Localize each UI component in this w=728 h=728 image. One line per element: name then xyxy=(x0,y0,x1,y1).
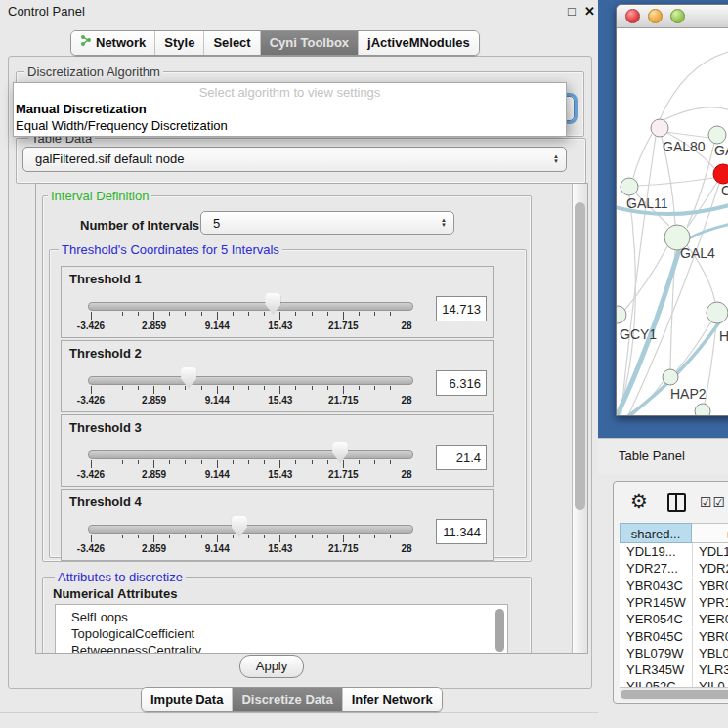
network-node-gal80[interactable] xyxy=(651,119,668,137)
slider-tick xyxy=(217,386,218,394)
slider-tick xyxy=(279,312,280,320)
dropdown-option[interactable]: Equal Width/Frequency Discretization xyxy=(14,117,566,134)
top-tab-bar: NetworkStyleSelectCyni ToolboxjActiveMNo… xyxy=(70,30,480,56)
network-icon xyxy=(80,31,92,55)
settings-scrollbar-thumb[interactable] xyxy=(575,202,585,510)
slider-track[interactable] xyxy=(88,525,413,534)
network-node-gcy1[interactable] xyxy=(617,306,626,323)
settings-scrollbar[interactable] xyxy=(572,184,587,653)
table-row[interactable]: YBR045CYBR0 xyxy=(620,628,728,645)
attribute-list-item[interactable]: SelfLoops xyxy=(56,609,507,625)
slider-tick xyxy=(359,460,360,464)
slider-thumb[interactable] xyxy=(332,442,348,463)
network-canvas[interactable]: GAL80GACGAL11GAL4GCY1HHAP2 xyxy=(617,29,728,415)
threshold-value-field[interactable]: 14.713 xyxy=(436,296,487,321)
apply-button[interactable]: Apply xyxy=(239,655,304,678)
network-node-red-node[interactable] xyxy=(713,164,728,184)
tab-label: jActiveMNodules xyxy=(367,31,470,55)
slider-tick xyxy=(185,312,186,316)
attribute-list-item[interactable]: BetweennessCentrality xyxy=(56,642,507,654)
tab-infer-network[interactable]: Infer Network xyxy=(342,688,442,711)
close-icon[interactable]: ✕ xyxy=(584,4,595,19)
tab-network[interactable]: Network xyxy=(71,31,154,55)
table-row[interactable]: YBL079WYBL0 xyxy=(620,645,728,662)
slider-tick xyxy=(390,535,391,538)
table-row[interactable]: YLR345WYLR3 xyxy=(620,662,728,678)
network-graph[interactable]: GAL80GACGAL11GAL4GCY1HHAP2 xyxy=(617,29,728,415)
slider-tick-label: 2.859 xyxy=(132,469,177,480)
dropdown-option[interactable]: Manual Discretization xyxy=(14,101,566,117)
cell-name: YBR0 xyxy=(692,578,728,594)
columns-icon[interactable] xyxy=(667,493,686,512)
tab-jactivemnodules[interactable]: jActiveMNodules xyxy=(358,31,479,55)
network-edge[interactable] xyxy=(676,321,711,371)
network-node-bottom-clipped[interactable] xyxy=(695,404,710,415)
slider-thumb[interactable] xyxy=(181,367,196,389)
minimize-traffic-light-icon[interactable] xyxy=(648,9,663,23)
table-data-select[interactable]: galFiltered.sif default node ▲▼ xyxy=(22,147,567,172)
table-hscrollbar-thumb[interactable] xyxy=(621,690,728,699)
tab-cyni-toolbox[interactable]: Cyni Toolbox xyxy=(260,31,358,55)
network-node-gal-clipped[interactable] xyxy=(708,126,726,144)
table-row[interactable]: YDL19...YDL1 xyxy=(620,543,728,560)
column-header-name[interactable]: n xyxy=(692,523,728,543)
slider-tick xyxy=(327,312,328,316)
checkbox-icons[interactable]: ☑☑ ☑ xyxy=(700,494,728,510)
network-window-titlebar[interactable] xyxy=(617,5,728,28)
threshold-coordinates-group: Threshold's Coordinates for 5 Intervals … xyxy=(49,249,527,558)
slider-tick xyxy=(201,460,202,464)
slider-tick xyxy=(107,460,107,464)
slider-tick xyxy=(91,312,92,320)
slider-thumb[interactable] xyxy=(265,293,280,315)
table-row[interactable]: YIL052CYIL0 xyxy=(620,678,728,687)
float-window-icon[interactable]: □ xyxy=(568,4,576,19)
close-traffic-light-icon[interactable] xyxy=(625,9,640,23)
slider-tick xyxy=(248,312,249,316)
network-edge[interactable] xyxy=(689,223,728,238)
slider-tick xyxy=(407,386,407,394)
network-node-hap2[interactable] xyxy=(663,369,678,385)
threshold-value-field[interactable]: 6.316 xyxy=(436,370,487,396)
zoom-traffic-light-icon[interactable] xyxy=(670,9,685,23)
threshold-value-field[interactable]: 11.344 xyxy=(436,519,487,544)
tab-impute-data[interactable]: Impute Data xyxy=(142,688,232,711)
slider-thumb[interactable] xyxy=(232,516,247,537)
slider-track[interactable] xyxy=(88,450,413,459)
tab-style[interactable]: Style xyxy=(154,31,203,55)
slider-track[interactable] xyxy=(88,376,413,385)
table-row[interactable]: YDR27...YDR2 xyxy=(620,560,728,577)
slider-tick xyxy=(264,460,265,464)
table-row[interactable]: YER054CYER0 xyxy=(620,611,728,627)
tab-select[interactable]: Select xyxy=(203,31,259,55)
slider-tick xyxy=(233,460,234,464)
network-node-label: H xyxy=(719,328,728,344)
slider-tick-label: -3.426 xyxy=(68,321,113,331)
threshold-value-field[interactable]: 21.4 xyxy=(436,445,487,470)
slider-tick xyxy=(122,386,123,390)
network-node-label: GA xyxy=(714,143,728,158)
table-hscrollbar[interactable] xyxy=(620,687,728,701)
gear-icon[interactable]: ⚙ xyxy=(630,490,648,513)
slider-tick xyxy=(233,535,234,538)
column-header-shared[interactable]: shared... xyxy=(620,523,692,543)
slider-tick xyxy=(217,535,218,542)
network-edge[interactable] xyxy=(633,134,652,178)
table-row[interactable]: YBR043CYBR0 xyxy=(620,578,728,594)
slider-tick xyxy=(343,386,344,394)
list-scrollbar-thumb[interactable] xyxy=(495,609,504,652)
network-edge[interactable] xyxy=(660,107,728,122)
table-row[interactable]: YPR145WYPR1 xyxy=(620,594,728,611)
network-node-h-clipped[interactable] xyxy=(707,302,728,323)
slider-tick xyxy=(343,535,344,542)
cell-name: YIL0 xyxy=(692,678,725,687)
slider-tick-label: 9.144 xyxy=(194,543,239,554)
number-of-intervals-select[interactable]: 5 ▲▼ xyxy=(200,211,454,235)
slider-track[interactable] xyxy=(88,302,413,311)
attribute-list-item[interactable]: TopologicalCoefficient xyxy=(56,625,507,642)
cell-name: YDR2 xyxy=(692,560,728,577)
numerical-attributes-list[interactable]: SelfLoopsTopologicalCoefficientBetweenne… xyxy=(55,604,508,654)
slider-tick xyxy=(407,535,407,542)
network-node-gal11[interactable] xyxy=(621,178,638,195)
group-title: Discretization Algorithm xyxy=(24,64,163,79)
tab-discretize-data[interactable]: Discretize Data xyxy=(232,688,341,711)
